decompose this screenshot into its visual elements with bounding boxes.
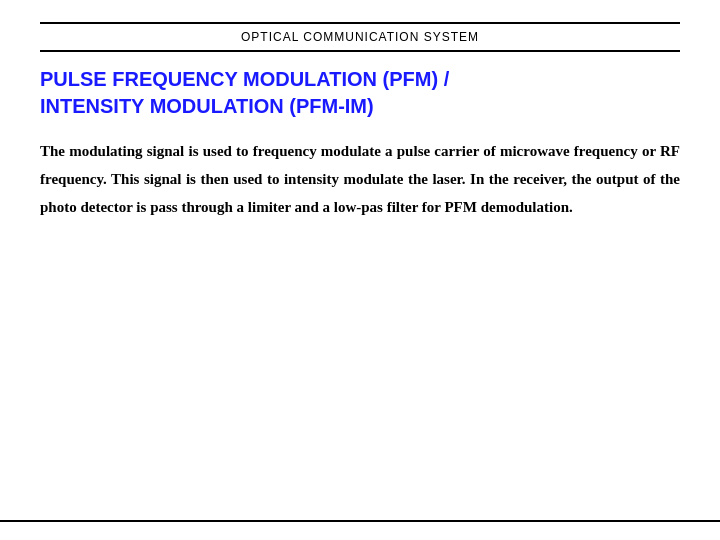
section-title-line2: INTENSITY MODULATION (PFM-IM) [40,95,374,117]
section-title: PULSE FREQUENCY MODULATION (PFM) / INTEN… [40,66,680,120]
header-title: OPTICAL COMMUNICATION SYSTEM [40,24,680,50]
page-container: OPTICAL COMMUNICATION SYSTEM PULSE FREQU… [0,0,720,540]
section-title-line1: PULSE FREQUENCY MODULATION (PFM) / [40,68,449,90]
header-rule [40,50,680,52]
bottom-rule [0,520,720,522]
body-paragraph: The modulating signal is used to frequen… [40,138,680,221]
